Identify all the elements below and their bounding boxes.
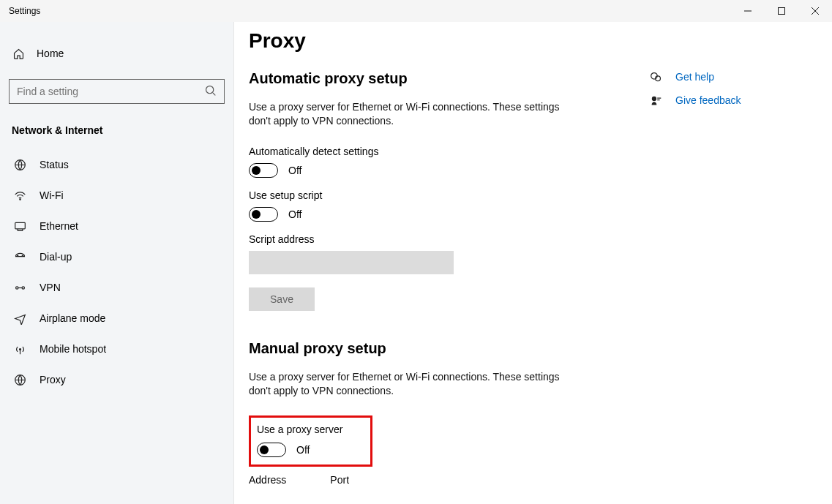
vpn-icon xyxy=(13,281,26,294)
svg-point-17 xyxy=(652,97,656,100)
main-content: Proxy Automatic proxy setup Use a proxy … xyxy=(249,29,627,504)
sidebar-category: Network & Internet xyxy=(0,117,233,149)
search-box[interactable] xyxy=(9,79,225,104)
search-icon xyxy=(204,84,217,99)
use-proxy-label: Use a proxy server xyxy=(257,424,342,435)
port-label: Port xyxy=(330,474,349,486)
sidebar-item-label: Dial-up xyxy=(40,251,72,263)
sidebar-item-label: Status xyxy=(40,159,69,170)
auto-detect-state: Off xyxy=(288,165,301,176)
highlight-use-proxy: Use a proxy server Off xyxy=(249,415,372,467)
use-script-state: Off xyxy=(288,208,301,220)
sidebar-item-ethernet[interactable]: Ethernet xyxy=(0,211,233,241)
svg-rect-1 xyxy=(779,8,785,15)
minimize-button[interactable] xyxy=(731,0,765,22)
use-script-toggle[interactable] xyxy=(249,207,278,222)
auto-detect-label: Automatically detect settings xyxy=(249,146,620,157)
sidebar-item-label: Wi-Fi xyxy=(40,189,64,201)
svg-point-13 xyxy=(19,348,20,350)
search-input[interactable] xyxy=(17,86,197,97)
airplane-icon xyxy=(13,312,26,325)
use-proxy-toggle-row: Off xyxy=(257,443,342,457)
section-manual-desc: Use a proxy server for Ethernet or Wi-Fi… xyxy=(249,370,563,398)
svg-rect-8 xyxy=(15,222,25,229)
sidebar-item-label: Airplane mode xyxy=(40,312,105,324)
section-automatic-desc: Use a proxy server for Ethernet or Wi-Fi… xyxy=(249,100,563,128)
use-proxy-state: Off xyxy=(296,444,310,456)
svg-point-11 xyxy=(15,286,18,288)
title-bar: Settings xyxy=(0,0,832,22)
close-button[interactable] xyxy=(798,0,832,22)
sidebar-item-hotspot[interactable]: Mobile hotspot xyxy=(0,334,233,364)
svg-point-7 xyxy=(19,198,20,199)
sidebar: Home Network & Internet Status Wi-Fi Eth… xyxy=(0,22,234,504)
svg-point-10 xyxy=(22,255,23,256)
proxy-icon xyxy=(13,373,26,386)
help-icon xyxy=(649,70,662,83)
sidebar-item-label: Mobile hotspot xyxy=(40,343,106,355)
svg-point-9 xyxy=(17,255,18,256)
save-button[interactable]: Save xyxy=(249,287,315,311)
get-help-link[interactable]: Get help xyxy=(649,70,810,83)
get-help-label: Get help xyxy=(675,71,714,83)
sidebar-item-dialup[interactable]: Dial-up xyxy=(0,241,233,272)
home-link[interactable]: Home xyxy=(0,41,233,66)
sidebar-item-proxy[interactable]: Proxy xyxy=(0,364,233,395)
address-label: Address xyxy=(249,474,286,486)
sidebar-item-label: Proxy xyxy=(40,374,66,385)
aside-links: Get help Give feedback xyxy=(649,70,810,117)
give-feedback-label: Give feedback xyxy=(675,94,741,106)
sidebar-item-label: Ethernet xyxy=(40,220,78,232)
svg-line-5 xyxy=(213,93,215,95)
use-script-toggle-row: Off xyxy=(249,207,620,222)
auto-detect-toggle[interactable] xyxy=(249,163,278,178)
svg-point-4 xyxy=(206,86,214,94)
hotspot-icon xyxy=(13,342,26,356)
section-manual-heading: Manual proxy setup xyxy=(249,340,620,357)
maximize-button[interactable] xyxy=(765,0,798,22)
sidebar-item-airplane[interactable]: Airplane mode xyxy=(0,303,233,334)
section-automatic-heading: Automatic proxy setup xyxy=(249,70,620,87)
give-feedback-link[interactable]: Give feedback xyxy=(649,94,810,107)
sidebar-item-label: VPN xyxy=(40,282,61,293)
ethernet-icon xyxy=(13,219,26,233)
use-proxy-toggle[interactable] xyxy=(257,443,286,457)
sidebar-item-vpn[interactable]: VPN xyxy=(0,272,233,303)
script-address-input[interactable] xyxy=(249,251,454,274)
sidebar-item-status[interactable]: Status xyxy=(0,149,233,180)
window-controls xyxy=(731,0,832,22)
auto-detect-toggle-row: Off xyxy=(249,163,620,178)
address-port-row: Address Port xyxy=(249,474,620,492)
home-icon xyxy=(12,47,25,60)
dialup-icon xyxy=(13,250,26,263)
sidebar-item-wifi[interactable]: Wi-Fi xyxy=(0,180,233,211)
script-address-label: Script address xyxy=(249,233,620,245)
svg-point-15 xyxy=(651,72,657,79)
home-label: Home xyxy=(37,48,64,59)
use-script-label: Use setup script xyxy=(249,189,620,201)
page-title: Proxy xyxy=(249,29,620,53)
feedback-icon xyxy=(649,94,662,107)
window-title: Settings xyxy=(9,6,40,16)
wifi-icon xyxy=(13,189,26,202)
globe-icon xyxy=(13,158,26,171)
svg-point-12 xyxy=(22,286,24,288)
